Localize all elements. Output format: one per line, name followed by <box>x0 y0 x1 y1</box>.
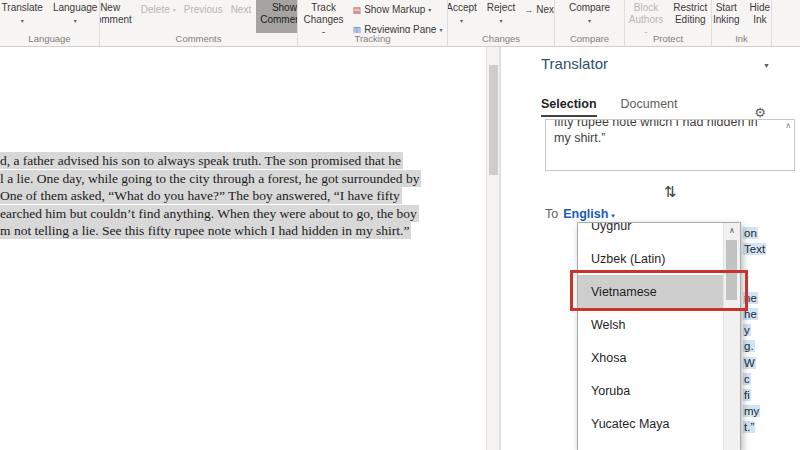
highlighted-text: One of them asked, “What do you have?” T… <box>0 187 402 204</box>
highlighted-text: d, a father advised his son to always sp… <box>0 152 403 169</box>
source-text: fifty rupee note which I had hidden in m… <box>554 119 776 146</box>
pane-menu-arrow-icon[interactable]: ▼ <box>763 62 770 69</box>
translation-result-fragments[interactable]: onText neheyg.Wcfimyt.” <box>743 225 797 436</box>
group-buttons: Compare▾ <box>555 0 624 33</box>
button-label: New Comment <box>100 2 132 26</box>
fragment-line: t.” <box>743 419 797 435</box>
dropdown-item-yoruba[interactable]: Yoruba <box>578 374 740 407</box>
target-language-selector[interactable]: English <box>563 207 608 221</box>
dropdown-arrow-icon: ▾ <box>173 4 176 16</box>
fragment-text: he <box>743 308 758 320</box>
swap-languages-icon[interactable]: ⇅ <box>545 183 795 201</box>
dropdown-arrow-icon: ▾ <box>439 24 442 33</box>
button-label: Restrict Editing <box>673 2 707 26</box>
dropdown-arrow-icon: ▾ <box>428 4 431 16</box>
ribbon-button-accept[interactable]: Accept▾ <box>448 0 481 29</box>
ribbon-button-show-comments[interactable]: Show Comments <box>256 0 297 33</box>
ribbon-button-translate[interactable]: Translate▾ <box>0 0 47 29</box>
button-label: Translate <box>2 2 43 14</box>
fragment-text: on <box>743 227 758 239</box>
scrollbar-thumb[interactable] <box>489 65 498 175</box>
fragment-line: fi <box>743 387 797 403</box>
dropdown-scrollbar-thumb[interactable] <box>726 240 737 300</box>
group-buttons: Translate▾Language▾ <box>0 0 99 33</box>
ribbon-group-comments: New CommentDelete▾PreviousNextShow Comme… <box>100 0 298 46</box>
source-text-box[interactable]: fifty rupee note which I had hidden in m… <box>545 119 795 171</box>
ribbon-button-language[interactable]: Language▾ <box>49 0 99 29</box>
button-label: Next <box>231 4 252 16</box>
ribbon-button-delete: Delete▾ <box>138 0 179 20</box>
ribbon-button-hide-ink[interactable]: Hide Ink <box>746 0 771 28</box>
fragment-text: W <box>743 357 756 369</box>
button-label: Hide Ink <box>750 2 771 26</box>
group-buttons: New CommentDelete▾PreviousNextShow Comme… <box>100 0 297 33</box>
fragment-line <box>743 257 797 273</box>
document-line: m not telling a lie. See this fifty rupe… <box>0 222 421 240</box>
to-label: To <box>545 207 558 221</box>
group-buttons: Track Changes▾▤Show Markup▾▥Reviewing Pa… <box>298 0 447 33</box>
ribbon-button-track-changes[interactable]: Track Changes▾ <box>300 0 348 33</box>
ribbon-button-start-inking[interactable]: Start Inking <box>712 0 744 28</box>
ribbon-button-new-comment[interactable]: New Comment <box>100 0 136 28</box>
fragment-text: g. <box>743 340 755 352</box>
group-buttons: Start InkingHide Ink <box>712 0 771 33</box>
ribbon-button-reviewing-pane[interactable]: ▥Reviewing Pane▾ <box>350 20 446 33</box>
gear-icon[interactable]: ⚙ <box>754 105 766 120</box>
document-line: l a lie. One day, while going to the cit… <box>0 170 421 188</box>
button-label: Compare <box>569 2 610 14</box>
fragment-line: my <box>743 403 797 419</box>
dropdown-item-uyghur[interactable]: Uyghur <box>578 222 740 242</box>
dropdown-item-welsh[interactable]: Welsh <box>578 308 740 341</box>
fragment-text <box>743 259 748 271</box>
highlighted-text: earched him but couldn’t find anything. … <box>0 205 419 222</box>
dropdown-scroll-up-icon[interactable]: ∧ <box>724 223 740 239</box>
ribbon-button-compare[interactable]: Compare▾ <box>565 0 614 29</box>
fragment-line <box>743 274 797 290</box>
ribbon-button-next[interactable]: →Next <box>521 0 554 20</box>
document-page[interactable]: d, a father advised his son to always sp… <box>0 47 486 450</box>
fragment-text: fi <box>743 389 751 401</box>
ribbon-button-block-authors: Block Authors▾ <box>625 0 667 33</box>
fragment-text: y <box>743 324 751 336</box>
group-label: Changes <box>448 33 554 46</box>
ribbon-group-language: Translate▾Language▾Language <box>0 0 100 46</box>
dropdown-scrollbar[interactable]: ∧ <box>723 223 740 450</box>
ribbon-button-restrict-editing[interactable]: Restrict Editing <box>669 0 711 28</box>
button-label: Previous <box>184 4 223 16</box>
group-label: Tracking <box>298 33 447 46</box>
button-label: Show Markup <box>364 4 425 16</box>
button-label: Language <box>53 2 98 14</box>
dropdown-item-xhosa[interactable]: Xhosa <box>578 341 740 374</box>
scroll-up-icon[interactable]: ∧ <box>785 121 791 130</box>
ribbon-button-show-markup[interactable]: ▤Show Markup▾ <box>350 0 435 20</box>
fragment-text: Text <box>743 243 766 255</box>
ribbon-group-ink: Start InkingHide InkInk <box>712 0 772 46</box>
group-label: Compare <box>555 33 624 46</box>
translator-pane: Translator ▼ Selection Document ⚙ fifty … <box>500 47 800 450</box>
dropdown-arrow-icon: ▾ <box>588 15 591 27</box>
fragment-line: ne <box>743 290 797 306</box>
button-label: Start Inking <box>713 2 740 26</box>
fragment-text: ne <box>743 292 758 304</box>
tab-selection[interactable]: Selection <box>541 97 597 117</box>
fragment-text <box>743 276 748 288</box>
dropdown-item-vietnamese[interactable]: Vietnamese <box>578 275 740 308</box>
pane-icon: ▥ <box>353 25 362 33</box>
document-vertical-scrollbar[interactable] <box>486 47 500 450</box>
tab-document[interactable]: Document <box>621 97 678 117</box>
fragment-text: t.” <box>743 421 755 433</box>
fragment-text: my <box>743 405 760 417</box>
document-line: earched him but couldn’t find anything. … <box>0 205 421 223</box>
highlighted-text: m not telling a lie. See this fifty rupe… <box>0 222 411 239</box>
stacked-buttons: →Next <box>521 0 554 20</box>
dropdown-item-yucatec-maya[interactable]: Yucatec Maya <box>578 407 740 440</box>
button-label: Delete <box>141 4 170 16</box>
button-label: Track Changes <box>304 2 344 26</box>
ribbon-group-compare: Compare▾Compare <box>555 0 625 46</box>
fragment-line: g. <box>743 338 797 354</box>
group-label: Comments <box>100 33 297 46</box>
document-text: d, a father advised his son to always sp… <box>0 152 421 240</box>
ribbon-button-reject[interactable]: Reject▾ <box>483 0 519 29</box>
dropdown-item-uzbek-latin[interactable]: Uzbek (Latin) <box>578 242 740 275</box>
button-label: Accept <box>448 2 477 14</box>
